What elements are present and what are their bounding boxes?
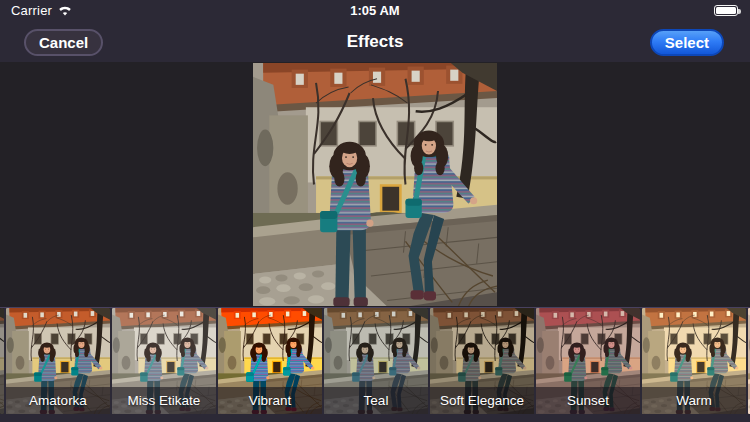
filter-label: Soft Elegance — [440, 393, 524, 408]
battery-icon — [714, 5, 738, 16]
status-bar: Carrier 1:05 AM — [0, 0, 750, 23]
filter-label-band: Miss Etikate — [112, 387, 216, 414]
photo-stage — [0, 62, 750, 307]
filter-label-band: Amatorka — [6, 387, 110, 414]
clock-label: 1:05 AM — [350, 3, 399, 18]
battery-nub — [738, 9, 741, 14]
filter-label: Miss Etikate — [128, 393, 201, 408]
filter-thumbnail-warm[interactable]: Warm — [642, 308, 746, 414]
carrier-label: Carrier — [11, 3, 52, 18]
filter-thumbnail-partial-left[interactable] — [0, 308, 4, 414]
filter-thumbnail-amatorka[interactable]: Amatorka — [6, 308, 110, 414]
filter-thumbnail-teal[interactable]: Teal — [324, 308, 428, 414]
filter-label-band: Soft Elegance — [430, 387, 534, 414]
filter-thumbnail-vibrant[interactable]: Vibrant — [218, 308, 322, 414]
wifi-icon — [57, 5, 73, 17]
effects-screen: Carrier 1:05 AM Cancel Effects Select — [0, 0, 750, 422]
select-button[interactable]: Select — [650, 29, 724, 56]
photo-preview — [253, 63, 497, 306]
filter-label: Sunset — [567, 393, 609, 408]
navigation-bar: Cancel Effects Select — [0, 23, 750, 62]
filter-strip[interactable]: Amatorka Miss Etikate Vibrant Teal Soft — [0, 307, 750, 414]
filter-label: Vibrant — [249, 393, 292, 408]
page-title: Effects — [0, 32, 750, 52]
filter-thumbnail-miss-etikate[interactable]: Miss Etikate — [112, 308, 216, 414]
battery-fill — [716, 7, 736, 14]
filter-label-band: Warm — [642, 387, 746, 414]
filter-label-band: Sunset — [536, 387, 640, 414]
filter-label: Teal — [364, 393, 389, 408]
carrier-section: Carrier — [11, 3, 73, 18]
filter-label-band: Vibrant — [218, 387, 322, 414]
filter-thumbnail-sunset[interactable]: Sunset — [536, 308, 640, 414]
filter-thumbnail-soft-elegance[interactable]: Soft Elegance — [430, 308, 534, 414]
filter-label: Amatorka — [29, 393, 87, 408]
battery-section — [714, 5, 738, 16]
filter-label: Warm — [676, 393, 712, 408]
filter-label-band: Teal — [324, 387, 428, 414]
